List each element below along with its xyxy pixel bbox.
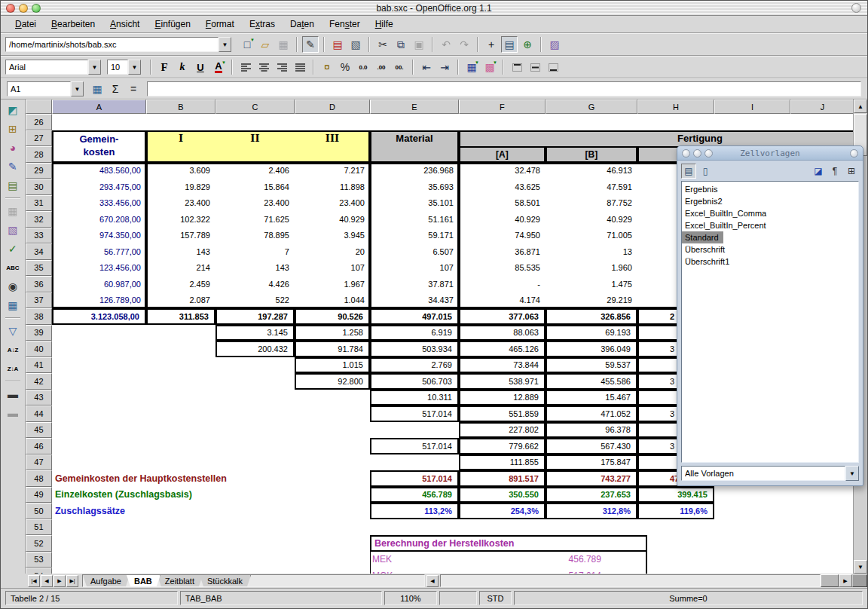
- row-header-36[interactable]: 36: [26, 276, 52, 292]
- cell-C37[interactable]: 522: [215, 292, 295, 309]
- menu-daten[interactable]: Daten: [283, 17, 321, 31]
- cell-E50[interactable]: 113,2%: [370, 503, 459, 519]
- row-header-44[interactable]: 44: [26, 405, 52, 422]
- stylist-titlebar[interactable]: Zellvorlagen: [677, 146, 863, 161]
- cell-C32[interactable]: 71.625: [215, 211, 295, 228]
- update-style-icon[interactable]: ⊞: [844, 164, 859, 179]
- align-top-icon[interactable]: [509, 59, 525, 75]
- style-item-standard[interactable]: Standard: [682, 231, 723, 243]
- cell-F44[interactable]: 551.859: [459, 405, 546, 422]
- align-right-icon[interactable]: [274, 59, 290, 75]
- cell-A49[interactable]: Einzelkosten (Zuschlagsbasis): [52, 487, 370, 503]
- menu-einfgen[interactable]: Einfügen: [148, 17, 197, 31]
- cell-D41[interactable]: 1.015: [295, 357, 370, 374]
- style-filter-input[interactable]: [681, 466, 845, 481]
- insert-object-icon[interactable]: ◕: [5, 139, 21, 156]
- last-sheet-button[interactable]: ▶|: [66, 575, 78, 587]
- column-header-E[interactable]: E: [370, 99, 459, 114]
- cell-B35[interactable]: 214: [146, 260, 215, 277]
- cell-F31[interactable]: 58.501: [459, 195, 546, 212]
- row-header-51[interactable]: 51: [26, 519, 52, 536]
- cell-C35[interactable]: 143: [215, 260, 295, 277]
- cell-A38[interactable]: 3.123.058,00: [52, 308, 146, 325]
- cell-F33[interactable]: 74.950: [459, 228, 546, 244]
- menu-datei[interactable]: Datei: [8, 17, 43, 31]
- column-header-G[interactable]: G: [546, 99, 637, 114]
- cell-C29[interactable]: 2.406: [215, 163, 295, 179]
- cell-E48[interactable]: 517.014: [370, 470, 459, 487]
- borders-icon[interactable]: ▦▼: [463, 59, 480, 75]
- cell-B33[interactable]: 157.789: [146, 228, 215, 244]
- row-header-46[interactable]: 46: [26, 438, 52, 454]
- row-header-32[interactable]: 32: [26, 211, 52, 228]
- row-header-30[interactable]: 30: [26, 179, 52, 195]
- new-document-icon[interactable]: □▼: [239, 36, 255, 53]
- cell-E41[interactable]: 2.769: [370, 357, 459, 374]
- redo-icon[interactable]: ↷: [456, 36, 472, 53]
- cell-G42[interactable]: 455.586: [546, 373, 637, 390]
- style-item-ergebnis[interactable]: Ergebnis: [682, 183, 858, 195]
- cell-styles-icon[interactable]: ▤: [681, 164, 696, 179]
- menu-hilfe[interactable]: Hilfe: [368, 17, 400, 31]
- row-header-52[interactable]: 52: [26, 535, 52, 552]
- cell-E52[interactable]: Berechnung der Herstellkosten: [370, 535, 647, 552]
- cell-F36[interactable]: -: [459, 276, 546, 292]
- row-header-53[interactable]: 53: [26, 552, 52, 568]
- function-wizard-icon[interactable]: ▦: [89, 81, 105, 97]
- cell-F43[interactable]: 12.889: [459, 390, 546, 406]
- cell-D42[interactable]: 92.800: [295, 373, 370, 390]
- column-header-I[interactable]: I: [714, 99, 790, 114]
- cell-D36[interactable]: 1.967: [295, 276, 370, 292]
- cell-E32[interactable]: 51.161: [370, 211, 459, 228]
- cell-A31[interactable]: 333.456,00: [52, 195, 146, 212]
- cell-H49[interactable]: 399.415: [637, 487, 714, 503]
- autospellcheck-icon[interactable]: ABC: [5, 259, 21, 276]
- cell-A36[interactable]: 60.987,00: [52, 276, 146, 292]
- next-sheet-button[interactable]: ▶: [53, 575, 66, 587]
- cell-A29[interactable]: 483.560,00: [52, 163, 146, 179]
- row-header-38[interactable]: 38: [26, 308, 52, 325]
- percent-format-icon[interactable]: %: [337, 59, 353, 75]
- sheet-tab-aufgabe[interactable]: Aufgabe: [83, 575, 130, 586]
- url-input[interactable]: [5, 37, 219, 52]
- cell-D40[interactable]: 91.784: [295, 341, 370, 357]
- page-styles-icon[interactable]: ▯: [698, 164, 713, 179]
- style-item--berschrift1[interactable]: Überschrift1: [682, 256, 858, 268]
- menu-fenster[interactable]: Fenster: [322, 17, 367, 31]
- cell-B31[interactable]: 23.400: [146, 195, 215, 212]
- name-box-dropdown-button[interactable]: ▼: [71, 81, 84, 96]
- cell-E33[interactable]: 59.171: [370, 228, 459, 244]
- scroll-down-button[interactable]: ▼: [854, 560, 867, 574]
- row-header-43[interactable]: 43: [26, 390, 52, 406]
- sheet-tab-zeitblatt[interactable]: Zeitblatt: [157, 575, 203, 586]
- sheet-tab-bab[interactable]: BAB: [127, 575, 160, 586]
- cell-G38[interactable]: 326.856: [546, 308, 637, 325]
- cell-B29[interactable]: 3.609: [146, 163, 215, 179]
- row-header-33[interactable]: 33: [26, 228, 52, 244]
- form-icon[interactable]: ▤: [5, 177, 21, 194]
- cell-C40[interactable]: 200.432: [215, 341, 295, 357]
- cell-C34[interactable]: 7: [215, 243, 295, 260]
- theme-selection-icon[interactable]: ▧: [5, 222, 21, 238]
- column-header-B[interactable]: B: [146, 99, 215, 114]
- insert-icon[interactable]: ◩: [5, 102, 21, 118]
- align-bottom-icon[interactable]: [545, 59, 561, 75]
- cell-E29[interactable]: 236.968: [370, 163, 459, 179]
- gallery-icon[interactable]: ▨: [546, 36, 563, 53]
- row-header-40[interactable]: 40: [26, 341, 52, 357]
- cell-G49[interactable]: 237.653: [546, 487, 637, 503]
- row-header-47[interactable]: 47: [26, 454, 52, 471]
- cell-F32[interactable]: 40.929: [459, 211, 546, 228]
- row-header-26[interactable]: 26: [26, 114, 52, 130]
- menu-bearbeiten[interactable]: Bearbeiten: [44, 17, 102, 31]
- cell-A33[interactable]: 974.350,00: [52, 228, 146, 244]
- font-color-icon[interactable]: A▼: [210, 59, 227, 75]
- cell-A48[interactable]: Gemeinkosten der Hauptkostenstellen: [52, 470, 370, 487]
- cell-G36[interactable]: 1.475: [546, 276, 637, 292]
- cell-G41[interactable]: 59.537: [546, 357, 637, 374]
- stylist-icon[interactable]: ▤: [501, 36, 518, 53]
- style-filter-dropdown-button[interactable]: ▼: [845, 466, 859, 481]
- cell-C27[interactable]: II: [215, 130, 295, 147]
- style-item--berschrift[interactable]: Überschrift: [682, 243, 858, 256]
- row-header-34[interactable]: 34: [26, 243, 52, 260]
